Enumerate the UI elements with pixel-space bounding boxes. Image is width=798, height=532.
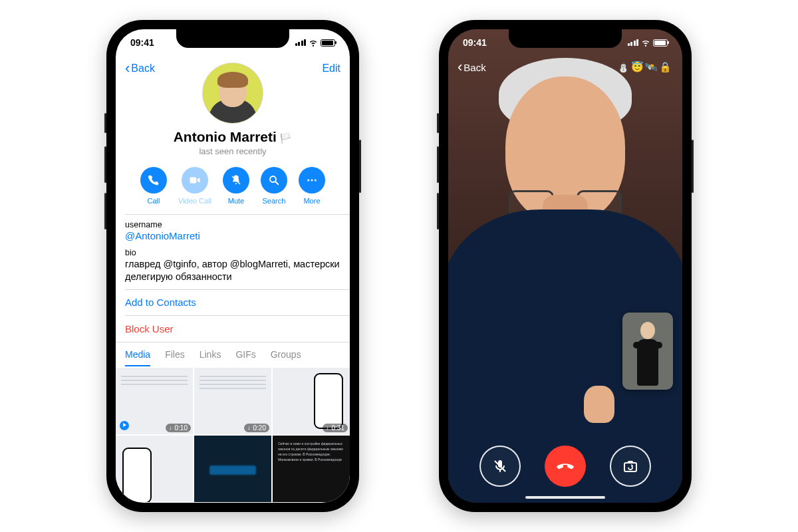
avatar[interactable]	[202, 63, 263, 124]
video-icon	[189, 174, 201, 186]
battery-icon	[653, 39, 668, 47]
media-item[interactable]: 0:10	[116, 368, 193, 434]
call-nav: ‹ Back ⛄😇🛰️🔒	[448, 56, 682, 78]
media-tabs: Media Files Links GIFs Groups	[116, 342, 350, 366]
tab-gifs[interactable]: GIFs	[235, 349, 255, 366]
media-duration: 0:31	[323, 424, 348, 432]
chevron-left-icon: ‹	[458, 60, 462, 74]
encryption-emojis: ⛄😇🛰️🔒	[617, 61, 673, 73]
media-item[interactable]: 0:20	[194, 368, 271, 434]
battery-icon	[321, 39, 335, 47]
wifi-icon	[309, 38, 318, 47]
notch	[176, 29, 289, 48]
quick-actions: Call Video Call Mute Search More	[116, 167, 350, 205]
mute-mic-button[interactable]	[479, 446, 521, 487]
phone-frame-profile: 09:41 ‹ Back Edit Antonio Marreti 🏳️ las…	[106, 20, 359, 512]
screen-profile: 09:41 ‹ Back Edit Antonio Marreti 🏳️ las…	[116, 29, 350, 503]
cellular-icon	[295, 39, 307, 46]
media-item[interactable]	[194, 436, 271, 502]
camera-flip-icon	[622, 458, 638, 474]
media-item[interactable]: 0:31	[273, 368, 350, 434]
mute-button[interactable]: Mute	[223, 167, 249, 205]
status-time: 09:41	[463, 37, 487, 48]
bell-off-icon	[230, 174, 242, 186]
hangup-icon	[555, 456, 575, 476]
cellular-icon	[628, 39, 639, 46]
call-controls	[448, 446, 682, 487]
wifi-icon	[641, 38, 650, 47]
status-time: 09:41	[130, 37, 154, 48]
svg-point-5	[311, 180, 313, 182]
more-icon	[306, 174, 318, 186]
block-user-button[interactable]: Block User	[116, 316, 350, 342]
svg-point-6	[315, 180, 317, 182]
media-grid: 0:10 0:20 0:31 Сейчас в семи и постройке…	[116, 366, 350, 502]
media-duration: 0:20	[244, 424, 269, 432]
info-section: username @AntonioMarreti bio главред @tg…	[116, 215, 350, 289]
svg-point-4	[307, 180, 309, 182]
back-label: Back	[464, 62, 485, 73]
end-call-button[interactable]	[545, 446, 586, 487]
mic-off-icon	[492, 458, 508, 474]
username-link[interactable]: @AntonioMarreti	[125, 230, 340, 241]
svg-rect-0	[190, 178, 196, 184]
tab-files[interactable]: Files	[165, 349, 185, 366]
media-item[interactable]	[116, 436, 193, 502]
profile-header: Antonio Marreti 🏳️ last seen recently Ca…	[116, 63, 350, 205]
add-to-contacts-button[interactable]: Add to Contacts	[116, 289, 350, 315]
call-button[interactable]: Call	[140, 167, 167, 205]
search-button[interactable]: Search	[261, 167, 287, 205]
phone-icon	[148, 174, 160, 186]
home-indicator[interactable]	[525, 496, 605, 499]
search-icon	[268, 174, 280, 186]
video-call-button[interactable]: Video Call	[178, 167, 211, 205]
bio-label: bio	[125, 248, 340, 257]
presence-text: last seen recently	[116, 146, 350, 156]
contact-name: Antonio Marreti	[174, 129, 277, 144]
name-emoji: 🏳️	[279, 132, 292, 144]
username-label: username	[125, 220, 340, 229]
tab-groups[interactable]: Groups	[271, 349, 301, 366]
svg-line-3	[275, 182, 279, 185]
play-icon	[120, 421, 129, 430]
svg-point-2	[270, 176, 276, 182]
phone-frame-call: 09:41 ‹ Back ⛄😇🛰️🔒	[439, 20, 692, 512]
remote-video	[448, 29, 682, 503]
flip-camera-button[interactable]	[610, 446, 651, 487]
self-view[interactable]	[622, 313, 673, 390]
screen-video-call: 09:41 ‹ Back ⛄😇🛰️🔒	[448, 29, 682, 503]
more-button[interactable]: More	[299, 167, 325, 205]
tab-media[interactable]: Media	[125, 349, 150, 366]
media-duration: 0:10	[166, 424, 191, 432]
notch	[509, 29, 622, 48]
bio-text: главред @tginfo, автор @blogMarreti, мас…	[125, 258, 340, 284]
media-item[interactable]: Сейчас в семи и постройке федеральных за…	[273, 436, 350, 502]
back-button[interactable]: ‹ Back	[458, 60, 486, 74]
tab-links[interactable]: Links	[200, 349, 221, 366]
